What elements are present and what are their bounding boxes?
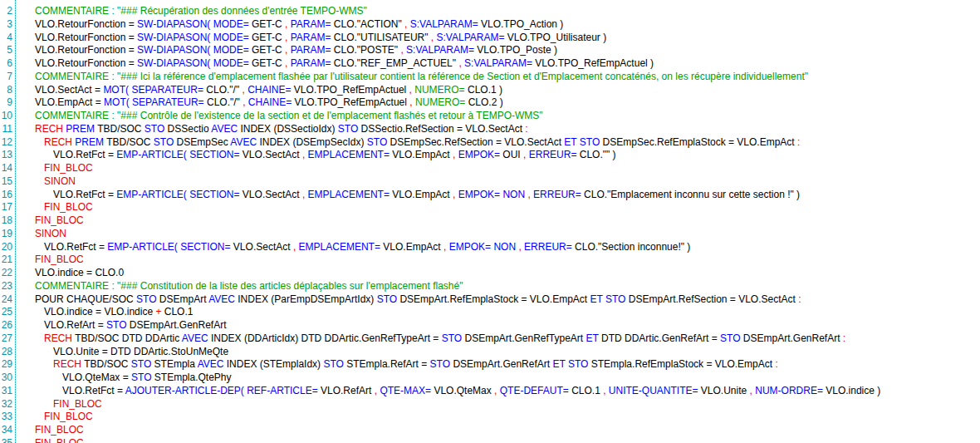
line-number[interactable]: 8 bbox=[0, 84, 15, 97]
code-line[interactable]: VLO.Unite = DTD DDArtic.StoUnMeQte bbox=[16, 346, 980, 359]
code-token-keyword: STO bbox=[430, 358, 450, 370]
line-number[interactable]: 33 bbox=[0, 411, 15, 424]
code-token-text: CLO.1 bbox=[161, 306, 193, 317]
code-line[interactable]: RECH TBD/SOC STO STEmpla AVEC INDEX (STE… bbox=[16, 358, 980, 372]
code-token-text: VLO.EmpAct bbox=[390, 149, 453, 160]
code-line[interactable]: SINON bbox=[16, 175, 980, 189]
code-token-keyword: STO bbox=[580, 136, 600, 148]
line-number[interactable]: 25 bbox=[0, 306, 15, 319]
code-line[interactable]: VLO.RetFct = EMP-ARTICLE( SECTION= VLO.S… bbox=[16, 241, 980, 254]
line-number[interactable]: 15 bbox=[0, 175, 15, 189]
line-number[interactable]: 11 bbox=[0, 123, 15, 136]
code-line[interactable]: COMMENTAIRE : "### Contrôle de l'existen… bbox=[16, 110, 980, 123]
line-number[interactable]: 28 bbox=[0, 346, 15, 359]
code-token-text: VLO.RetFct = bbox=[62, 385, 125, 396]
code-line[interactable]: FIN_BLOC bbox=[16, 162, 980, 175]
code-area[interactable]: COMMENTAIRE : "### Récupération des donn… bbox=[16, 0, 980, 443]
code-line[interactable]: COMMENTAIRE : "### Ici la référence d'em… bbox=[16, 71, 980, 84]
code-token-keyword: SW-DIAPASON( bbox=[137, 44, 210, 56]
code-token-text: GET-C bbox=[249, 57, 285, 69]
line-number[interactable]: 12 bbox=[0, 136, 15, 150]
code-line[interactable]: RECH PREM TBD/SOC STO DSEmpSec AVEC INDE… bbox=[16, 136, 980, 150]
line-number[interactable]: 17 bbox=[0, 201, 15, 214]
line-number[interactable]: 29 bbox=[0, 358, 15, 372]
line-number[interactable]: 6 bbox=[0, 57, 15, 71]
code-token-keyword: EMP-ARTICLE( bbox=[116, 149, 186, 160]
line-number[interactable]: 35 bbox=[0, 437, 15, 443]
line-number[interactable]: 5 bbox=[0, 44, 15, 57]
code-line[interactable]: VLO.EmpAct = MOT( SEPARATEUR= CLO."/" , … bbox=[16, 96, 980, 110]
code-token-text: VLO.RetourFonction = bbox=[35, 57, 137, 69]
line-number[interactable]: 30 bbox=[0, 372, 15, 385]
code-line[interactable]: COMMENTAIRE : "### Récupération des donn… bbox=[16, 5, 980, 18]
code-line[interactable]: RECH PREM TBD/SOC STO DSSectio AVEC INDE… bbox=[16, 123, 980, 136]
code-token-keyword: S:VALPARAM= bbox=[464, 57, 532, 69]
code-token-keyword: EMPLACEMENT= bbox=[308, 149, 390, 160]
line-number[interactable]: 16 bbox=[0, 189, 15, 202]
line-number[interactable]: 21 bbox=[0, 253, 15, 267]
code-token-keyword: EMPLACEMENT= bbox=[308, 189, 390, 200]
code-line[interactable]: FIN_BLOC bbox=[16, 253, 980, 267]
line-number[interactable]: 9 bbox=[0, 96, 15, 110]
code-line[interactable]: VLO.RefArt = STO DSEmpArt.GenRefArt bbox=[16, 319, 980, 332]
line-number[interactable]: 7 bbox=[0, 71, 15, 84]
code-line[interactable]: FIN_BLOC bbox=[16, 398, 980, 411]
code-token-green: COMMENTAIRE : "### Contrôle de l'existen… bbox=[35, 110, 543, 121]
code-line[interactable]: VLO.RetFct = EMP-ARTICLE( SECTION= VLO.S… bbox=[16, 189, 980, 202]
code-token-red: RECH bbox=[44, 332, 72, 344]
code-line[interactable]: FIN_BLOC bbox=[16, 411, 980, 424]
line-number[interactable]: 34 bbox=[0, 424, 15, 437]
code-line[interactable]: VLO.RetFct = AJOUTER-ARTICLE-DEP( REF-AR… bbox=[16, 385, 980, 398]
line-number[interactable]: 13 bbox=[0, 149, 15, 162]
code-line[interactable]: VLO.indice = CLO.0 bbox=[16, 267, 980, 280]
line-number[interactable]: 19 bbox=[0, 228, 15, 241]
code-line[interactable]: VLO.RetourFonction = SW-DIAPASON( MODE= … bbox=[16, 44, 980, 57]
code-token-keyword: STO bbox=[720, 332, 740, 344]
code-token-keyword: QTE-MAX= bbox=[380, 385, 431, 396]
code-line[interactable]: VLO.SectAct = MOT( SEPARATEUR= CLO."/" ,… bbox=[16, 84, 980, 97]
code-line[interactable]: RECH TBD/SOC DTD DDArtic AVEC INDEX (DDA… bbox=[16, 332, 980, 346]
line-number[interactable]: 2 bbox=[0, 5, 15, 18]
code-line[interactable]: POUR CHAQUE/SOC STO DSEmpArt AVEC INDEX … bbox=[16, 293, 980, 307]
code-line[interactable]: VLO.QteMax = STO STEmpla.QtePhy bbox=[16, 372, 980, 385]
code-token-keyword: PREM bbox=[66, 123, 95, 135]
code-line[interactable]: COMMENTAIRE : "### Constitution de la li… bbox=[16, 280, 980, 293]
line-number[interactable]: 22 bbox=[0, 267, 15, 280]
line-number[interactable]: 14 bbox=[0, 162, 15, 175]
code-token-keyword: ERREUR= bbox=[529, 149, 577, 160]
line-number[interactable]: 4 bbox=[0, 32, 15, 45]
line-number[interactable]: 10 bbox=[0, 110, 15, 123]
code-line[interactable]: VLO.indice = VLO.indice + CLO.1 bbox=[16, 306, 980, 319]
code-token-keyword: PREM bbox=[75, 136, 104, 148]
code-line[interactable]: SINON bbox=[16, 228, 980, 241]
line-number[interactable]: 27 bbox=[0, 332, 15, 346]
line-number[interactable]: 3 bbox=[0, 18, 15, 32]
code-line[interactable]: FIN_BLOC bbox=[16, 424, 980, 437]
line-number[interactable]: 24 bbox=[0, 293, 15, 307]
code-line[interactable]: VLO.RetourFonction = SW-DIAPASON( MODE= … bbox=[16, 32, 980, 45]
line-number[interactable]: 18 bbox=[0, 214, 15, 228]
code-token-red: SINON bbox=[35, 228, 66, 239]
code-token-text: VLO.EmpAct = bbox=[35, 96, 104, 108]
code-token-text: CLO."Section inconnue!" ) bbox=[572, 241, 691, 253]
code-line[interactable]: FIN_BLOC bbox=[16, 437, 980, 443]
line-number[interactable]: 26 bbox=[0, 319, 15, 332]
line-number[interactable]: 32 bbox=[0, 398, 15, 411]
code-line[interactable]: FIN_BLOC bbox=[16, 201, 980, 214]
code-line[interactable]: FIN_BLOC bbox=[16, 214, 980, 228]
code-line[interactable]: VLO.RetourFonction = SW-DIAPASON( MODE= … bbox=[16, 18, 980, 32]
code-token-text: VLO.RetourFonction = bbox=[35, 44, 137, 56]
code-token-keyword: MODE= bbox=[213, 44, 249, 56]
code-token-keyword: S:VALPARAM= bbox=[406, 44, 474, 56]
line-number[interactable]: 23 bbox=[0, 280, 15, 293]
code-line[interactable]: VLO.RetFct = EMP-ARTICLE( SECTION= VLO.S… bbox=[16, 149, 980, 162]
code-line[interactable]: VLO.RetourFonction = SW-DIAPASON( MODE= … bbox=[16, 57, 980, 71]
code-token-keyword: STO bbox=[605, 293, 625, 305]
code-token-text: CLO."UTILISATEUR" bbox=[331, 32, 431, 43]
code-token-keyword: STO bbox=[367, 136, 387, 148]
code-token-text: DSEmpSec bbox=[174, 136, 230, 148]
line-number[interactable]: 20 bbox=[0, 241, 15, 254]
line-number[interactable]: 31 bbox=[0, 385, 15, 398]
code-token-red: FIN_BLOC bbox=[44, 201, 93, 213]
code-token-keyword: STO bbox=[323, 358, 343, 370]
